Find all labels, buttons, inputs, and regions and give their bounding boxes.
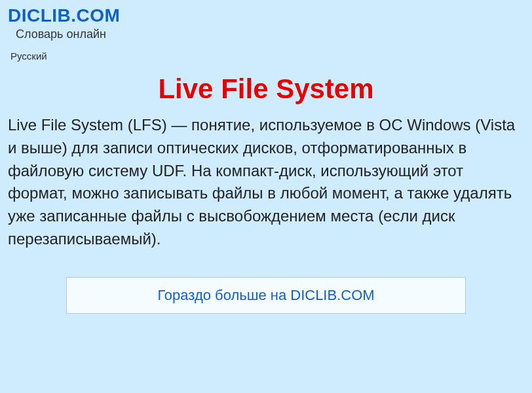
site-title[interactable]: DICLIB.COM (8, 5, 524, 26)
cta-link[interactable]: Гораздо больше на DICLIB.COM (157, 287, 374, 303)
site-subtitle: Словарь онлайн (16, 28, 524, 41)
article-body: Live File System (LFS) — понятие, исполь… (8, 114, 524, 251)
main-content: Live File System Live File System (LFS) … (0, 73, 532, 314)
language-label[interactable]: Русский (10, 50, 524, 62)
article-title: Live File System (8, 73, 524, 105)
page-header: DICLIB.COM Словарь онлайн Русский (0, 0, 532, 64)
cta-box: Гораздо больше на DICLIB.COM (66, 277, 466, 314)
